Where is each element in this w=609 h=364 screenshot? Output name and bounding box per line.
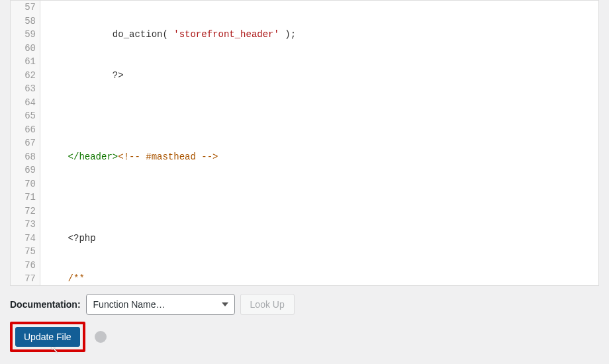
code-line	[46, 109, 363, 123]
line-number-gutter: 57 58 59 60 61 62 63 64 65 66 67 68 69 7…	[11, 1, 40, 285]
code-line: <?php	[46, 232, 363, 246]
documentation-label: Documentation:	[10, 299, 81, 310]
code-pane[interactable]: do_action( 'storefront_header' ); ?> </h…	[40, 1, 368, 285]
function-name-select[interactable]: Function Name…	[86, 294, 235, 315]
update-file-highlight: Update File	[10, 322, 85, 352]
code-line: </header><!-- #masthead -->	[46, 150, 363, 164]
code-line: /**	[46, 272, 363, 285]
code-editor[interactable]: 57 58 59 60 61 62 63 64 65 66 67 68 69 7…	[10, 0, 599, 286]
code-line: ?>	[46, 69, 363, 83]
documentation-bar: Documentation: Function Name… Look Up	[0, 286, 609, 315]
spinner-icon	[95, 331, 107, 343]
update-file-button[interactable]: Update File	[15, 327, 80, 347]
code-line: do_action( 'storefront_header' );	[46, 28, 363, 42]
lookup-button[interactable]: Look Up	[240, 294, 295, 315]
code-line	[46, 191, 363, 205]
